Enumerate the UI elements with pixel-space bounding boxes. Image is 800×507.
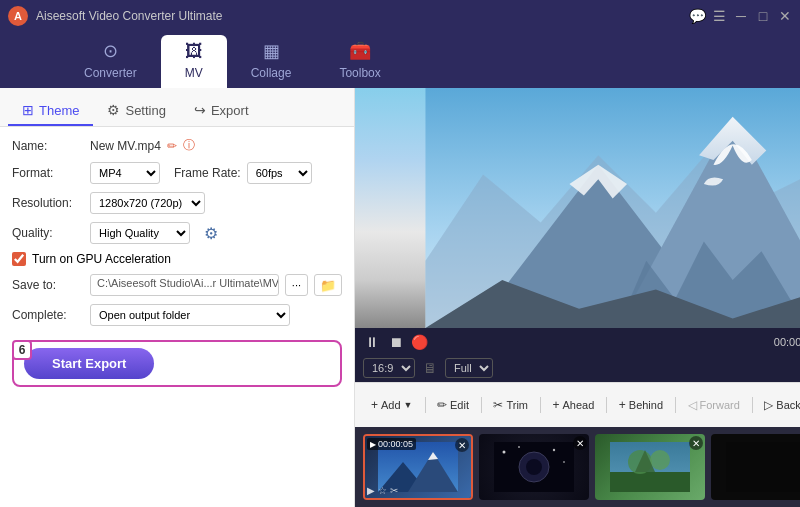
sub-tab-export[interactable]: ↪ Export xyxy=(180,96,263,126)
clip-thumbnail-4 xyxy=(711,434,800,500)
tab-converter[interactable]: ⊙ Converter xyxy=(60,34,161,88)
name-value: New MV.mp4 xyxy=(90,139,161,153)
backward-btn[interactable]: ▷ Backward xyxy=(756,394,800,416)
clip-1-close[interactable]: ✕ xyxy=(455,438,469,452)
clip-4-preview xyxy=(726,442,800,492)
video-preview xyxy=(355,88,800,328)
toolbox-icon: 🧰 xyxy=(349,40,371,62)
clip-item-3[interactable]: ✕ xyxy=(595,434,705,500)
behind-btn[interactable]: + Behind xyxy=(611,394,671,416)
stop-btn[interactable]: ⏹ xyxy=(387,332,405,352)
edit-label: Edit xyxy=(450,399,469,411)
clip-2-preview xyxy=(494,442,574,492)
clip-item-1[interactable]: ▶ 00:00:05 ✕ ▶ ☆ ✂ xyxy=(363,434,473,500)
time-display: 00:00:01.13/00:01:40.16 xyxy=(434,336,800,348)
edit-icon: ✏ xyxy=(437,398,447,412)
left-panel: ⊞ Theme ⚙ Setting ↪ Export Name: New MV.… xyxy=(0,88,355,507)
sub-tab-theme[interactable]: ⊞ Theme xyxy=(8,96,93,126)
clip-1-time: ▶ 00:00:05 xyxy=(367,438,416,450)
mountain-video-frame xyxy=(355,88,800,328)
tab-collage-label: Collage xyxy=(251,66,292,80)
tab-toolbox-label: Toolbox xyxy=(339,66,380,80)
display-select[interactable]: Full Fit xyxy=(445,358,493,378)
maximize-btn[interactable]: □ xyxy=(756,9,770,23)
title-bar: A Aiseesoft Video Converter Ultimate 💬 ☰… xyxy=(0,0,800,32)
clip-3-close[interactable]: ✕ xyxy=(689,436,703,450)
window-controls: 💬 ☰ ─ □ ✕ xyxy=(690,9,792,23)
add-dropdown-icon: ▼ xyxy=(404,400,413,410)
complete-row: Complete: Open output folder Do nothing xyxy=(12,304,342,326)
backward-icon: ▷ xyxy=(764,398,773,412)
edit-icon[interactable]: ✏ xyxy=(167,139,177,153)
export-form: Name: New MV.mp4 ✏ ⓘ Format: MP4 MOV AVI… xyxy=(0,127,354,336)
setting-gear-icon: ⚙ xyxy=(107,102,120,118)
clip-item-4[interactable]: ✕ xyxy=(711,434,800,500)
trim-label: Trim xyxy=(506,399,528,411)
main-content: ⊞ Theme ⚙ Setting ↪ Export Name: New MV.… xyxy=(0,88,800,507)
resolution-select[interactable]: 1280x720 (720p) 1920x1080 (1080p) xyxy=(90,192,205,214)
edit-btn[interactable]: ✏ Edit xyxy=(429,394,477,416)
add-label: Add xyxy=(381,399,401,411)
svg-rect-24 xyxy=(726,442,800,492)
minimize-btn[interactable]: ─ xyxy=(734,9,748,23)
svg-point-15 xyxy=(503,451,506,454)
sub-tab-setting[interactable]: ⚙ Setting xyxy=(93,96,179,126)
browse-dots-btn[interactable]: ··· xyxy=(285,274,308,296)
theme-tab-label: Theme xyxy=(39,103,79,118)
clip-1-trim-icon[interactable]: ✂ xyxy=(390,485,398,496)
framerate-select[interactable]: 60fps 30fps 24fps xyxy=(247,162,312,184)
plus-icon: + xyxy=(371,398,378,412)
clip-2-close[interactable]: ✕ xyxy=(573,436,587,450)
forward-icon: ◁ xyxy=(688,398,697,412)
name-label: Name: xyxy=(12,139,84,153)
sub-tabs: ⊞ Theme ⚙ Setting ↪ Export xyxy=(0,88,354,127)
folder-btn[interactable]: 📁 xyxy=(314,274,342,296)
ahead-icon: + xyxy=(552,398,559,412)
behind-icon: + xyxy=(619,398,626,412)
format-select[interactable]: MP4 MOV AVI xyxy=(90,162,160,184)
ahead-btn[interactable]: + Ahead xyxy=(544,394,602,416)
mv-icon: 🖼 xyxy=(185,41,203,62)
tab-toolbox[interactable]: 🧰 Toolbox xyxy=(315,34,404,88)
quality-select[interactable]: High Quality Standard Quality Low Qualit… xyxy=(90,222,190,244)
tab-mv-label: MV xyxy=(185,66,203,80)
clip-1-play-icon[interactable]: ▶ xyxy=(367,485,375,496)
save-label: Save to: xyxy=(12,278,84,292)
scissors-icon: ✂ xyxy=(493,398,503,412)
quality-settings-icon[interactable]: ⚙ xyxy=(204,224,218,243)
format-row: Format: MP4 MOV AVI Frame Rate: 60fps 30… xyxy=(12,162,342,184)
quality-label: Quality: xyxy=(12,226,84,240)
ahead-label: Ahead xyxy=(563,399,595,411)
tab-converter-label: Converter xyxy=(84,66,137,80)
export-highlight-box: 6 Start Export xyxy=(12,340,342,387)
complete-select[interactable]: Open output folder Do nothing xyxy=(90,304,290,326)
tab-collage[interactable]: ▦ Collage xyxy=(227,34,316,88)
clip-1-controls: ▶ ☆ ✂ xyxy=(367,485,398,496)
svg-point-18 xyxy=(563,461,565,463)
chat-icon-btn[interactable]: 💬 xyxy=(690,9,704,23)
gpu-checkbox[interactable] xyxy=(12,252,26,266)
svg-point-17 xyxy=(553,449,555,451)
clip-item-2[interactable]: ✕ xyxy=(479,434,589,500)
record-icon: 🔴 xyxy=(411,334,428,350)
right-panel: ⏸ ⏹ 🔴 00:00:01.13/00:01:40.16 🔊 16:9 4:3… xyxy=(355,88,800,507)
info-icon[interactable]: ⓘ xyxy=(183,137,195,154)
add-btn[interactable]: + Add ▼ xyxy=(363,394,421,416)
resolution-label: Resolution: xyxy=(12,196,84,210)
framerate-label: Frame Rate: xyxy=(174,166,241,180)
svg-rect-20 xyxy=(610,472,690,492)
setting-tab-label: Setting xyxy=(125,103,165,118)
tab-mv[interactable]: 🖼 MV xyxy=(161,35,227,88)
time-current: 00:00:01.13 xyxy=(774,336,800,348)
close-btn[interactable]: ✕ xyxy=(778,9,792,23)
trim-btn[interactable]: ✂ Trim xyxy=(485,394,536,416)
forward-btn[interactable]: ◁ Forward xyxy=(680,394,748,416)
theme-grid-icon: ⊞ xyxy=(22,102,34,118)
clip-1-star-icon[interactable]: ☆ xyxy=(378,485,387,496)
complete-label: Complete: xyxy=(12,308,84,322)
ratio-select[interactable]: 16:9 4:3 1:1 xyxy=(363,358,415,378)
gpu-row: Turn on GPU Acceleration xyxy=(12,252,342,266)
menu-icon-btn[interactable]: ☰ xyxy=(712,9,726,23)
start-export-button[interactable]: Start Export xyxy=(24,348,154,379)
pause-btn[interactable]: ⏸ xyxy=(363,332,381,352)
